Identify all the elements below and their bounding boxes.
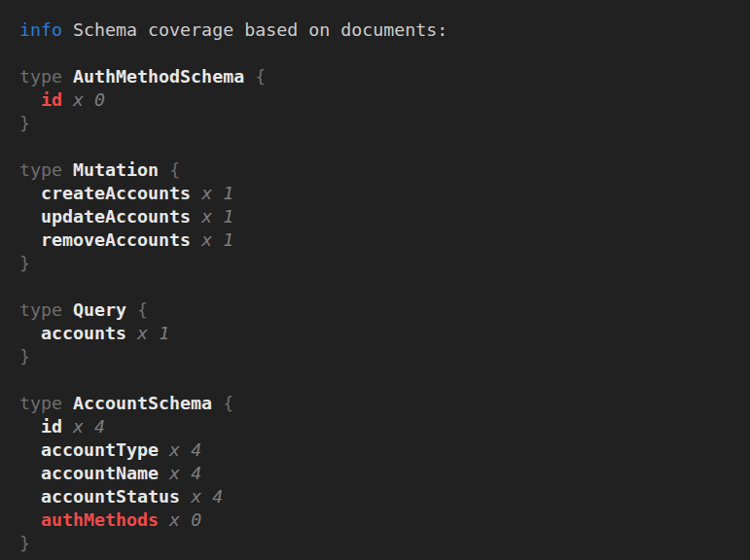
hit-count-marker: x <box>169 463 180 483</box>
field-name: createAccounts <box>41 183 191 203</box>
field-name: id <box>41 89 62 110</box>
hit-count-marker: x <box>169 509 180 530</box>
field-coverage-line: accountType x 4 <box>19 438 742 462</box>
field-hit-count: x 4 <box>191 486 223 507</box>
field-name: accountType <box>41 439 159 460</box>
close-brace-line: } <box>19 112 742 135</box>
blank-line <box>19 275 742 298</box>
type-keyword: type <box>19 159 62 180</box>
type-declaration-line: type Mutation { <box>19 158 742 182</box>
type-name: AuthMethodSchema <box>73 66 244 87</box>
terminal[interactable]: info Schema coverage based on documents:… <box>0 0 750 560</box>
field-coverage-line: createAccounts x 1 <box>19 182 742 205</box>
close-brace-line: } <box>19 532 742 555</box>
type-name: Query <box>73 299 126 320</box>
type-keyword: type <box>19 393 62 413</box>
close-brace: } <box>19 253 30 273</box>
type-declaration-line: type Query { <box>19 298 742 322</box>
hit-count-marker: x <box>137 323 148 343</box>
close-brace-line: } <box>19 252 742 275</box>
hit-count-value: 1 <box>223 183 233 203</box>
blank-line <box>19 135 742 158</box>
field-hit-count: x 1 <box>201 229 233 250</box>
field-name: accounts <box>41 323 126 343</box>
field-hit-count: x 0 <box>73 89 105 110</box>
type-keyword: type <box>19 299 62 320</box>
close-brace: } <box>19 533 30 553</box>
hit-count-marker: x <box>201 183 212 203</box>
hit-count-value: 1 <box>223 229 233 250</box>
close-brace: } <box>19 113 30 133</box>
field-hit-count: x 4 <box>73 416 105 437</box>
hit-count-value: 4 <box>212 486 223 507</box>
field-name: removeAccounts <box>41 229 191 250</box>
type-name: AccountSchema <box>73 393 212 413</box>
open-brace: { <box>137 299 148 320</box>
hit-count-marker: x <box>201 206 212 227</box>
field-name: updateAccounts <box>41 206 191 227</box>
open-brace: { <box>255 66 266 87</box>
type-keyword: type <box>19 66 62 87</box>
field-coverage-line: updateAccounts x 1 <box>19 205 742 228</box>
hit-count-value: 4 <box>191 439 201 460</box>
field-coverage-line: accountName x 4 <box>19 462 742 485</box>
field-coverage-line: removeAccounts x 1 <box>19 228 742 252</box>
type-declaration-line: type AccountSchema { <box>19 392 742 415</box>
field-hit-count: x 1 <box>137 323 169 343</box>
field-coverage-line: accountStatus x 4 <box>19 485 742 508</box>
field-name: id <box>41 416 62 437</box>
hit-count-marker: x <box>73 416 84 437</box>
close-brace: } <box>19 346 30 367</box>
hit-count-value: 4 <box>94 416 105 437</box>
field-hit-count: x 0 <box>169 509 201 530</box>
field-hit-count: x 1 <box>201 183 233 203</box>
field-coverage-line: id x 4 <box>19 415 742 438</box>
hit-count-value: 0 <box>94 89 105 110</box>
blank-line <box>19 42 742 65</box>
hit-count-value: 4 <box>191 463 201 483</box>
hit-count-value: 1 <box>159 323 169 343</box>
field-name: accountStatus <box>41 486 180 507</box>
coverage-header-line: info Schema coverage based on documents: <box>19 18 742 42</box>
field-name: authMethods <box>41 509 159 530</box>
field-coverage-line: id x 0 <box>19 88 742 112</box>
type-name: Mutation <box>73 159 159 180</box>
open-brace: { <box>223 393 233 413</box>
field-hit-count: x 4 <box>169 439 201 460</box>
hit-count-marker: x <box>73 89 84 110</box>
hit-count-value: 0 <box>191 509 201 530</box>
info-tag: info <box>19 19 62 40</box>
field-coverage-line: accounts x 1 <box>19 322 742 345</box>
hit-count-marker: x <box>191 486 201 507</box>
type-declaration-line: type AuthMethodSchema { <box>19 65 742 88</box>
open-brace: { <box>169 159 180 180</box>
space <box>62 19 73 40</box>
terminal-output: type AuthMethodSchema { id x 0}type Muta… <box>19 42 742 555</box>
field-hit-count: x 4 <box>169 463 201 483</box>
hit-count-value: 1 <box>223 206 233 227</box>
coverage-header-message: Schema coverage based on documents: <box>73 19 447 40</box>
field-hit-count: x 1 <box>201 206 233 227</box>
field-coverage-line: authMethods x 0 <box>19 508 742 532</box>
hit-count-marker: x <box>201 229 212 250</box>
blank-line <box>19 368 742 392</box>
field-name: accountName <box>41 463 159 483</box>
hit-count-marker: x <box>169 439 180 460</box>
close-brace-line: } <box>19 345 742 368</box>
